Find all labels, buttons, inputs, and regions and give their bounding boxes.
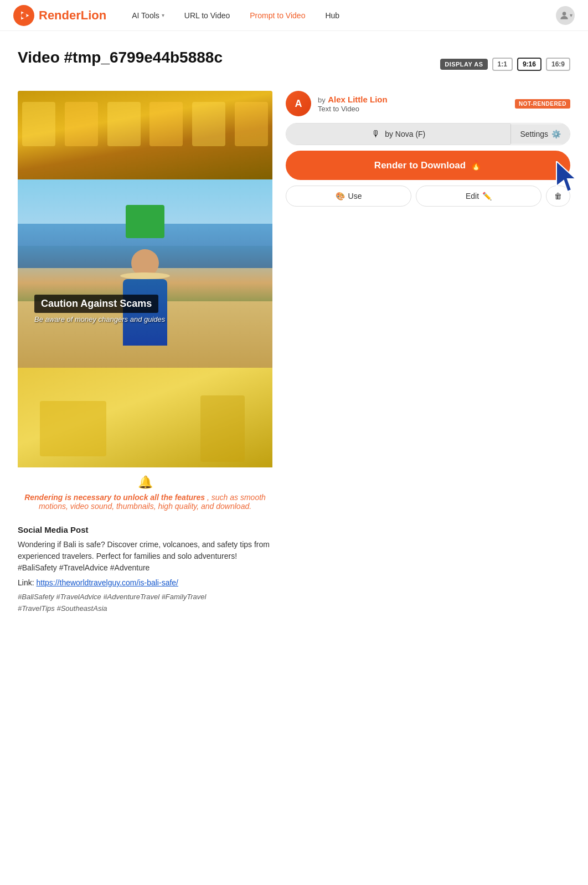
caption-title: Caution Against Scams [34, 295, 158, 313]
video-strip-top [18, 91, 272, 179]
settings-label: Settings [520, 130, 548, 138]
voice-row: 🎙 by Nova (F) Settings ⚙️ [286, 123, 570, 145]
creator-avatar: A [286, 91, 311, 116]
nav-hub[interactable]: Hub [317, 8, 347, 23]
bell-icon: 🔔 [138, 475, 153, 489]
social-section-title: Social Media Post [18, 525, 272, 534]
delete-button[interactable]: 🗑 [546, 186, 570, 207]
display-as-label: DISPLAY AS [440, 59, 487, 70]
render-button-container: Render to Download 🔥 [286, 151, 570, 180]
creator-card: A by Alex Little Lion Text to Video NOT-… [286, 91, 570, 116]
voice-selector-button[interactable]: 🎙 by Nova (F) [286, 124, 510, 145]
voice-label: by Nova (F) [385, 130, 425, 138]
edit-button[interactable]: Edit ✏️ [416, 186, 541, 207]
svg-point-2 [21, 13, 27, 18]
not-rendered-badge: NOT-RENDERED [515, 99, 570, 109]
navbar: RenderLion AI Tools ▾ URL to Video Promp… [0, 0, 588, 31]
caption-subtitle: Be aware of money changers and guides [34, 315, 256, 323]
use-button[interactable]: 🎨 Use [286, 186, 411, 207]
creator-by-name: by Alex Little Lion [318, 95, 508, 105]
ratio-9-16-button[interactable]: 9:16 [517, 58, 541, 71]
ratio-1-1-button[interactable]: 1:1 [492, 58, 513, 71]
use-label: Use [348, 192, 362, 200]
nav-prompt-to-video[interactable]: Prompt to Video [242, 8, 313, 23]
edit-icon: ✏️ [482, 192, 492, 200]
social-body-text: Wondering if Bali is safe? Discover crim… [18, 539, 272, 574]
warning-text: Rendering is necessary to unlock all the… [18, 493, 272, 511]
svg-point-3 [562, 12, 566, 16]
logo-icon [13, 5, 34, 26]
nav-links: AI Tools ▾ URL to Video Prompt to Video … [124, 8, 556, 23]
video-strip-bot [18, 368, 272, 467]
social-section: Social Media Post Wondering if Bali is s… [18, 525, 272, 615]
render-to-download-button[interactable]: Render to Download 🔥 [286, 151, 570, 180]
main-content: Video #tmp_6799e44b5888c DISPLAY AS 1:1 … [0, 31, 588, 641]
video-strip-mid: Caution Against Scams Be aware of money … [18, 179, 272, 368]
content-area: Caution Against Scams Be aware of money … [18, 91, 570, 615]
avatar-chevron-icon: ▾ [570, 12, 572, 18]
logo-text: RenderLion [39, 8, 106, 23]
ratio-16-9-button[interactable]: 16:9 [546, 58, 570, 71]
warning-main-text: Rendering is necessary to unlock all the… [24, 493, 205, 502]
right-panel: A by Alex Little Lion Text to Video NOT-… [286, 91, 570, 207]
nav-url-to-video[interactable]: URL to Video [177, 8, 238, 23]
ai-tools-chevron-icon: ▾ [162, 12, 164, 18]
bell-area: 🔔 [18, 467, 272, 493]
caption-overlay: Caution Against Scams Be aware of money … [34, 295, 256, 323]
creator-name: Alex Little Lion [328, 95, 388, 104]
mic-icon: 🎙 [372, 129, 380, 139]
palette-icon: 🎨 [336, 192, 345, 200]
edit-label: Edit [466, 192, 479, 200]
nav-ai-tools[interactable]: AI Tools ▾ [124, 8, 172, 23]
page-title: Video #tmp_6799e44b5888c [18, 49, 223, 66]
display-as-row: DISPLAY AS 1:1 9:16 16:9 [440, 58, 570, 71]
settings-button[interactable]: Settings ⚙️ [510, 124, 570, 144]
action-row: 🎨 Use Edit ✏️ 🗑 [286, 186, 570, 207]
render-button-label: Render to Download [374, 160, 466, 171]
social-link-label: Link: [18, 578, 34, 587]
social-link-url[interactable]: https://theworldtravelguy.com/is-bali-sa… [36, 578, 178, 587]
title-row: Video #tmp_6799e44b5888c DISPLAY AS 1:1 … [18, 49, 570, 80]
creator-info: by Alex Little Lion Text to Video [318, 95, 508, 113]
flame-icon: 🔥 [470, 159, 482, 171]
user-icon [559, 10, 570, 21]
social-link-row: Link: https://theworldtravelguy.com/is-b… [18, 578, 272, 587]
trash-icon: 🗑 [554, 192, 562, 200]
logo[interactable]: RenderLion [13, 5, 106, 26]
video-panel: Caution Against Scams Be aware of money … [18, 91, 272, 615]
social-tags: #BaliSafety #TravelAdvice #AdventureTrav… [18, 591, 272, 615]
gear-icon: ⚙️ [551, 130, 561, 138]
nav-avatar[interactable]: ▾ [556, 6, 575, 25]
creator-type: Text to Video [318, 105, 508, 113]
